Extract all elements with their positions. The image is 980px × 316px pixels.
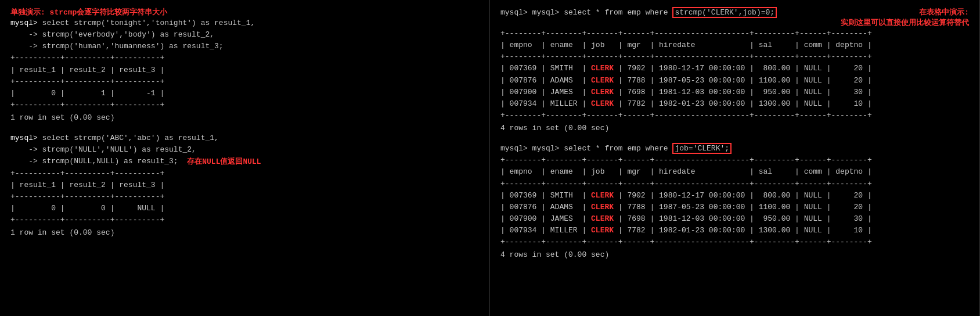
r-table-header-1: | empno | ename | job | mgr | hiredate |… [500,40,969,51]
left-query-line-3: -> strcmp('human','humanness') as result… [10,41,479,52]
r-table-border-2a: +--------+--------+-------+------+------… [500,155,969,166]
right-query-row: mysql> mysql> select * from emp where st… [500,7,836,19]
row-result-2: 1 row in set (0.00 sec) [10,228,479,237]
right-annotation-top: 在表格中演示: [841,7,969,17]
left-annotation-1: 单独演示: strcmp会逐字符比较两字符串大小 [10,7,479,17]
clerk-1: CLERK [591,64,614,73]
r-table-row-1-2: | 007900 | JAMES | CLERK | 7698 | 1981-1… [500,87,969,98]
left-section-2: mysql> select strcmp('ABC','abc') as res… [10,132,479,237]
r-table-row-2-3: | 007934 | MILLER | CLERK | 7782 | 1982-… [500,225,969,236]
r-table-row-1-1: | 007876 | ADAMS | CLERK | 7788 | 1987-0… [500,75,969,87]
row-result-1: 1 row in set (0.00 sec) [10,113,479,122]
clerk-4: CLERK [591,99,614,108]
r-table-row-2-2: | 007900 | JAMES | CLERK | 7698 | 1981-1… [500,213,969,225]
query-text-5: -> strcmp('NULL','NULL') as result_2, [10,145,196,154]
left-query-line-6: -> strcmp(NULL,NULL) as result_3; [10,156,187,167]
left-panel: 单独演示: strcmp会逐字符比较两字符串大小 mysql> select s… [0,0,490,316]
clerk-7: CLERK [591,214,614,223]
left-query-line-5: -> strcmp('NULL','NULL') as result_2, [10,144,479,156]
r-row-result-2: 4 rows in set (0.00 sec) [500,250,969,259]
right-section1-header: mysql> mysql> select * from emp where st… [500,7,969,28]
clerk-6: CLERK [591,203,614,211]
right-annotation-bottom: 实则这里可以直接使用比较运算符替代 [841,17,969,28]
prompt-3: mysql> [500,8,532,17]
table-border-2c: +----------+----------+----------+ [10,214,479,226]
r-table-border-1c: +--------+--------+-------+------+------… [500,110,969,121]
r-table-header-2: | empno | ename | job | mgr | hiredate |… [500,166,969,178]
right-section-1: mysql> mysql> select * from emp where st… [500,7,969,132]
left-query-line-6-row: -> strcmp(NULL,NULL) as result_3; 存在NULL… [10,156,479,167]
table-data-1: | 0 | 1 | -1 | [10,88,479,99]
clerk-2: CLERK [591,76,614,85]
query-highlight-1: strcmp('CLERK',job)=0; [672,7,777,18]
table-border-1a: +----------+----------+----------+ [10,52,479,64]
r-table-border-2b: +--------+--------+-------+------+------… [500,178,969,190]
right-annotation-area: 在表格中演示: 实则这里可以直接使用比较运算符替代 [841,7,969,28]
query-text-1: select strcmp('tonight','tonight') as re… [38,19,255,27]
query-text-4: select strcmp('ABC','abc') as result_1, [38,134,219,142]
r-row-result-1: 4 rows in set (0.00 sec) [500,124,969,132]
table-header-2: | result_1 | result_2 | result_3 | [10,179,479,191]
r-table-border-1b: +--------+--------+-------+------+------… [500,51,969,63]
query-text-3: -> strcmp('human','humanness') as result… [10,42,224,51]
query-pre-2: mysql> select * from emp where [532,144,673,153]
query-text-2: -> strcmp('everbody','body') as result_2… [10,30,214,39]
table-border-2a: +----------+----------+----------+ [10,168,479,179]
query-pre-1: mysql> select * from emp where [532,8,673,17]
table-border-1c: +----------+----------+----------+ [10,99,479,111]
query-highlight-2: job='CLERK'; [672,143,732,154]
r-table-row-2-1: | 007876 | ADAMS | CLERK | 7788 | 1987-0… [500,202,969,213]
table-border-1b: +----------+----------+----------+ [10,76,479,88]
right-panel: mysql> mysql> select * from emp where st… [490,0,980,316]
right-query-row-2: mysql> mysql> select * from emp where jo… [500,143,969,155]
clerk-5: CLERK [591,191,614,200]
table-header-1: | result_1 | result_2 | result_3 | [10,64,479,76]
null-annotation: 存在NULL值返回NULL [187,156,261,167]
prompt-1: mysql> [10,19,38,27]
table-data-2: | 0 | 0 | NULL | [10,203,479,214]
left-section-1: 单独演示: strcmp会逐字符比较两字符串大小 mysql> select s… [10,7,479,122]
table-border-2b: +----------+----------+----------+ [10,191,479,203]
left-query-line-1: mysql> select strcmp('tonight','tonight'… [10,17,479,29]
clerk-3: CLERK [591,88,614,96]
right-section-2: mysql> mysql> select * from emp where jo… [500,143,969,259]
prompt-4: mysql> [500,144,532,153]
r-table-border-2c: +--------+--------+-------+------+------… [500,236,969,248]
r-table-row-1-0: | 007369 | SMITH | CLERK | 7902 | 1980-1… [500,63,969,74]
r-table-border-1a: +--------+--------+-------+------+------… [500,28,969,40]
left-query-line-4: mysql> select strcmp('ABC','abc') as res… [10,132,479,144]
clerk-8: CLERK [591,226,614,235]
left-query-line-2: -> strcmp('everbody','body') as result_2… [10,29,479,41]
prompt-2: mysql> [10,134,38,142]
r-table-row-1-3: | 007934 | MILLER | CLERK | 7782 | 1982-… [500,98,969,110]
r-table-row-2-0: | 007369 | SMITH | CLERK | 7902 | 1980-1… [500,190,969,202]
